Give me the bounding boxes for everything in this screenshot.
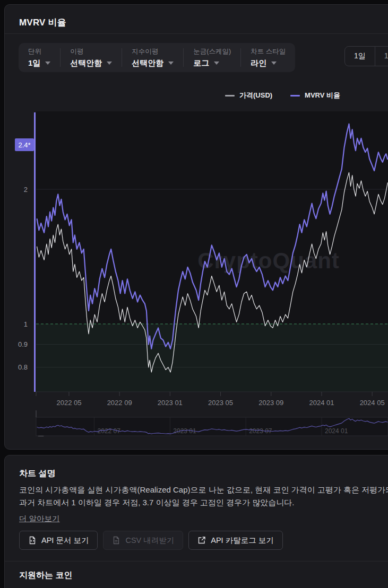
description-line-1: 코인의 시가총액을 실현 시가총액(Realized Cap)으로 나눈 값으로…	[19, 485, 388, 495]
button-label: CSV 내려받기	[125, 536, 174, 546]
description-heading: 차트 설명	[19, 468, 55, 479]
dropdown-label: 차트 스타일	[251, 47, 286, 56]
dropdown-value: 라인	[251, 58, 266, 68]
dropdown-chart-style[interactable]: 차트 스타일라인	[241, 43, 295, 72]
api-doc-icon	[28, 536, 37, 545]
dropdown-unit[interactable]: 단위1일	[19, 43, 60, 72]
button-label: API 카탈로그 보기	[211, 536, 273, 546]
dropdown-value: 선택안함	[70, 58, 102, 68]
dropdown-value: 1일	[28, 58, 40, 68]
button-label: API 문서 보기	[41, 536, 89, 546]
dropdown-value: 선택안함	[132, 58, 163, 68]
range-button-1일[interactable]: 1일	[345, 47, 375, 66]
chevron-down-icon	[107, 62, 112, 65]
legend-item-mvrv[interactable]: MVRV 비율	[290, 91, 340, 100]
legend-label: 가격(USD)	[239, 91, 272, 100]
range-button-1주[interactable]: 1주	[375, 47, 388, 66]
learn-more-link[interactable]: 더 알아보기	[19, 514, 60, 524]
mvrv-chart-card: MVRV 비율 단위1일이평선택안함지수이평선택안함눈금(스케일)로그차트 스타…	[4, 4, 388, 450]
chart-legend: 가격(USD)MVRV 비율	[225, 91, 340, 100]
dropdown-label: 이평	[70, 47, 112, 56]
csv-download-button: CSV 내려받기	[103, 531, 183, 550]
external-link-button[interactable]: API 카탈로그 보기	[188, 531, 282, 550]
action-button-row: API 문서 보기CSV 내려받기API 카탈로그 보기	[19, 531, 283, 550]
api-doc-button[interactable]: API 문서 보기	[19, 531, 98, 550]
dropdown-value: 로그	[193, 58, 209, 68]
section-divider	[5, 561, 388, 561]
legend-swatch	[290, 95, 300, 96]
dropdown-scale[interactable]: 눈금(스케일)로그	[184, 43, 240, 72]
time-range-group: 1일1주	[344, 46, 388, 66]
dropdown-ma[interactable]: 이평선택안함	[61, 43, 122, 72]
legend-item-price[interactable]: 가격(USD)	[225, 91, 272, 100]
dropdown-label: 단위	[28, 47, 50, 56]
csv-download-icon	[112, 536, 120, 545]
dropdown-label: 지수이평	[132, 47, 174, 56]
supported-coins-heading: 지원하는 코인	[19, 570, 72, 581]
chart-description-card: 차트 설명 코인의 시가총액을 실현 시가총액(Realized Cap)으로 …	[4, 455, 388, 588]
external-link-icon	[197, 536, 206, 545]
chevron-down-icon	[214, 62, 219, 65]
legend-swatch	[225, 95, 235, 96]
chart-settings-toolbar: 단위1일이평선택안함지수이평선택안함눈금(스케일)로그차트 스타일라인	[19, 43, 295, 72]
dropdown-ema[interactable]: 지수이평선택안함	[122, 43, 183, 72]
page-title: MVRV 비율	[19, 16, 66, 29]
legend-label: MVRV 비율	[305, 91, 340, 100]
chevron-down-icon	[271, 62, 277, 65]
chevron-down-icon	[45, 62, 50, 65]
dropdown-label: 눈금(스케일)	[193, 47, 231, 56]
chevron-down-icon	[168, 62, 174, 65]
navigator-left-handle[interactable]: ∥	[37, 426, 45, 436]
description-line-2: 과거 차트에서 1 이하일 경우 저점, 3.7 이상일 경우 고점인 경우가 …	[19, 498, 294, 508]
title-divider	[5, 33, 388, 34]
